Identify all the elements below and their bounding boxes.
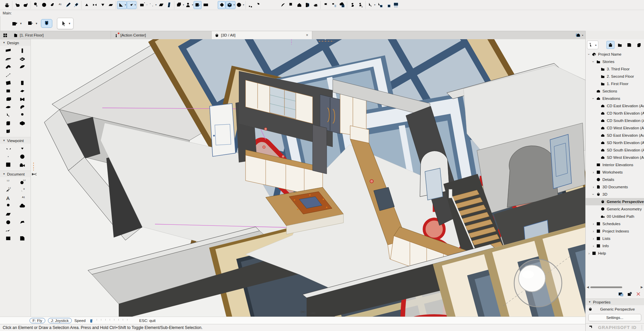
flaglist-button[interactable] (330, 1, 338, 9)
xresize-button[interactable] (210, 1, 218, 9)
tab-first-floor[interactable]: [1. First Floor] (10, 31, 111, 39)
navigator-item-worksheets[interactable]: ›Worksheets (586, 169, 644, 176)
pen-button[interactable] (64, 1, 72, 9)
lamp-tool-button[interactable] (15, 111, 29, 119)
guide-button[interactable]: ▾ (127, 1, 137, 9)
navigator-item-00-untitled-path[interactable]: 00 Untitled Path (586, 213, 644, 220)
navigator-item-generic-axonometry[interactable]: Generic Axonometry (586, 205, 644, 213)
magnet-button[interactable] (41, 19, 52, 28)
person-button[interactable]: ▾ (184, 1, 194, 9)
navigator-item-cd-east-elevation-auto[interactable]: CD East Elevation (Auto (586, 102, 644, 110)
undo-button[interactable] (13, 1, 21, 9)
ruler12-button[interactable] (202, 1, 210, 9)
vworksheet-tool-button[interactable] (2, 160, 15, 169)
cursor-button[interactable]: ▾ (57, 18, 73, 29)
expander-closed-icon[interactable]: › (591, 244, 595, 248)
properties-header[interactable]: ▼ Properties (586, 299, 644, 305)
expander-closed-icon[interactable]: › (591, 185, 595, 189)
publisher-button[interactable] (635, 41, 643, 49)
navigator-item-project-name[interactable]: ›Project Name (586, 51, 644, 58)
triup-button[interactable] (83, 1, 91, 9)
tab-overview-button[interactable] (0, 31, 10, 39)
navigation-ball[interactable] (519, 265, 545, 292)
sheets-button[interactable] (311, 1, 319, 9)
navigator-item-3d-documents[interactable]: ›3D Documents (586, 183, 644, 191)
expander-open-icon[interactable]: › (587, 52, 591, 56)
curtainwall-tool-button[interactable] (2, 79, 15, 87)
globe-button[interactable] (40, 1, 48, 9)
radialdim-tool-button[interactable] (2, 186, 15, 194)
cube-button[interactable]: ▾ (226, 1, 235, 9)
wall-tool-button[interactable] (2, 47, 15, 55)
scroll-right-icon[interactable]: ▶ (641, 285, 643, 289)
navigator-item-2-second-floor[interactable]: 2. Second Floor (586, 73, 644, 80)
skewgrid-button[interactable] (157, 1, 165, 9)
tridown-button[interactable] (99, 1, 107, 9)
find-button[interactable] (32, 1, 40, 9)
marqpen-button[interactable]: ▾ (10, 19, 23, 28)
navigator-item-interior-elevations[interactable]: Interior Elevations (586, 161, 644, 169)
vcamera-tool-button[interactable] (15, 160, 29, 169)
navigator-item-details[interactable]: Details (586, 176, 644, 183)
navigator-item-project-indexes[interactable]: ›Project Indexes (586, 227, 644, 235)
redo-button[interactable] (21, 1, 30, 9)
navigator-item-sd-east-elevation-auto[interactable]: SD East Elevation (Auto (586, 132, 644, 139)
door-tool-button[interactable] (15, 79, 29, 87)
roof-tool-button[interactable] (2, 63, 15, 71)
chairS-button[interactable] (376, 1, 384, 9)
flag-button[interactable] (322, 1, 330, 9)
chair-button[interactable]: ▾ (367, 1, 376, 9)
velev-tool-button[interactable] (15, 144, 29, 152)
navigator-item-generic-perspective[interactable]: Generic Perspective (586, 198, 644, 205)
leveldim-tool-button[interactable] (15, 178, 29, 186)
skylight-tool-button[interactable] (15, 87, 29, 95)
vdetail-tool-button[interactable] (15, 152, 29, 160)
panel-scrollbar[interactable]: ◀ ▶ (586, 284, 644, 290)
navigator-item-schedules[interactable]: ›Schedules (586, 220, 644, 227)
navigator-item-info[interactable]: ›Info (586, 242, 644, 250)
copies-button[interactable]: ▾ (175, 1, 184, 9)
beam-tool-button[interactable] (2, 55, 15, 63)
dim-tool-button[interactable] (2, 178, 15, 186)
spline-tool-button[interactable] (2, 226, 15, 234)
section-header-viewpoint[interactable]: ▼Viewpoint (0, 137, 31, 144)
vsection-tool-button[interactable] (2, 144, 15, 152)
angledim-tool-button[interactable] (15, 186, 29, 194)
navigator-item-3-third-floor[interactable]: 3. Third Floor (586, 65, 644, 73)
speed-slider-thumb[interactable] (90, 319, 92, 323)
add-view-icon[interactable] (627, 291, 633, 297)
triplay-button[interactable] (91, 1, 99, 9)
project-map-button[interactable] (606, 41, 614, 49)
column-tool-button[interactable] (15, 47, 29, 55)
slab-tool-button[interactable] (15, 55, 29, 63)
setsq-button[interactable]: ▾ (117, 1, 127, 9)
dimauto-button[interactable] (263, 1, 271, 9)
hand-button[interactable] (3, 1, 11, 9)
navigator-item-cd-west-elevation-aut[interactable]: CD West Elevation (Aut (586, 124, 644, 132)
figure-tool-button[interactable] (2, 234, 15, 242)
arcdim-button[interactable] (279, 1, 287, 9)
navigator-item-elevations[interactable]: ›Elevations (586, 95, 644, 102)
equipment-tool-button[interactable] (2, 119, 15, 127)
hotspot-tool-button[interactable] (15, 226, 29, 234)
marqedit-button[interactable] (194, 1, 202, 9)
navigator-mode-button[interactable]: ▸ (587, 41, 598, 49)
scroll-left-icon[interactable]: ◀ (587, 285, 589, 289)
close-panel-icon[interactable] (635, 291, 641, 297)
view-settings-icon[interactable] (618, 291, 624, 297)
object-tool-button[interactable] (2, 111, 15, 119)
dima1-button[interactable] (56, 1, 64, 9)
window-restore-icon[interactable] (588, 325, 593, 330)
circle-tool-button[interactable] (2, 218, 15, 226)
view-map-button[interactable] (616, 41, 624, 49)
tab-action-center[interactable]: [Action Center] (111, 31, 212, 39)
section-header-document[interactable]: ▼Document (0, 171, 31, 177)
arrowlist-button[interactable] (384, 1, 392, 9)
mesh-tool-button[interactable] (2, 103, 15, 111)
joystick-mode-button[interactable]: J: Joystick (48, 318, 72, 323)
navigator-item-sd-west-elevation-aut[interactable]: SD West Elevation (Aut (586, 154, 644, 161)
navigator-item-cd-north-elevation-au[interactable]: CD North Elevation (Au (586, 110, 644, 117)
navigator-item-lists[interactable]: ›Lists (586, 235, 644, 242)
navigator-item-1-first-floor[interactable]: 1. First Floor (586, 80, 644, 87)
settings-button[interactable]: Settings... (588, 314, 641, 321)
